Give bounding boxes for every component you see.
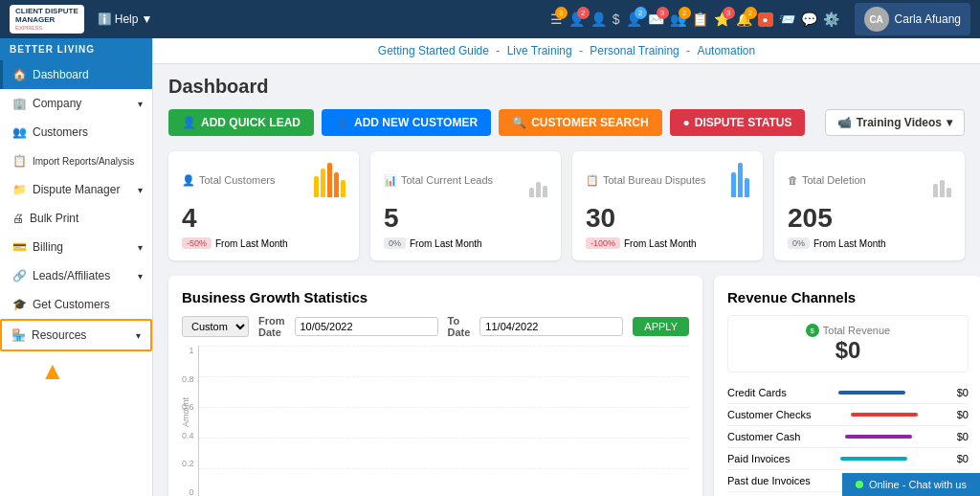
badge-disputes: -100% [586,237,620,249]
logo-text2: MANAGER [15,16,78,25]
sidebar-label-customers: Customers [33,125,88,139]
nav-icon-dollar[interactable]: $ [612,11,620,27]
period-select[interactable]: Custom [182,316,249,337]
rev-value-cash: $0 [957,431,969,442]
sidebar-item-resources[interactable]: 🏪 Resources ▾ ▲ [0,319,152,351]
training-dropdown-icon: ▾ [947,116,952,129]
y-label-08: 0.8 [182,374,194,384]
total-revenue-box: $ Total Revenue $0 [727,315,969,372]
nav-icon-red-box[interactable]: ● [758,12,773,27]
apply-button[interactable]: APPLY [633,317,689,336]
logo-sub: EXPRESS [15,25,78,31]
y-label-04: 0.4 [182,431,194,440]
action-buttons-row: 👤 ADD QUICK LEAD 👤 ADD NEW CUSTOMER 🔍 CU… [168,109,965,136]
avatar: CA [864,7,889,32]
stat-card-customers: 👤 Total Customers 4 -50% [168,151,359,260]
stat-value-customers: 4 [182,203,345,234]
total-revenue-label: $ Total Revenue [736,324,960,337]
grid-line-2 [199,376,689,377]
add-new-customer-button[interactable]: 👤 ADD NEW CUSTOMER [322,109,491,136]
help-menu[interactable]: ℹ️ Help ▼ [98,12,153,26]
nav-icon-bell[interactable]: 🔔2 [736,11,752,27]
rev-value-checks: $0 [957,409,969,420]
rev-label-credit: Credit Cards [727,387,787,398]
customer-search-button[interactable]: 🔍 CUSTOMER SEARCH [499,109,661,136]
stat-value-deletion: 205 [788,203,951,234]
rev-row-credit: Credit Cards $0 [727,382,969,404]
rev-bar-checks [851,413,918,417]
sidebar-brand: BETTER LIVING [0,38,152,60]
sidebar-item-leads[interactable]: 🔗 Leads/Affiliates ▾ [0,261,152,290]
nav-icon-person[interactable]: 👤 [590,11,607,27]
footer-customers: From Last Month [215,238,288,249]
sidebar-label-get-customers: Get Customers [33,298,110,311]
company-icon: 🏢 [12,97,27,110]
nav-icon-email[interactable]: ✉️3 [648,11,664,27]
nav-icon-users[interactable]: 👤2 [568,11,585,27]
dispute-arrow-icon: ▾ [138,185,143,195]
sidebar-item-company[interactable]: 🏢 Company ▾ [0,89,152,118]
sidebar-item-import[interactable]: 📋 Import Reports/Analysis [0,147,152,175]
sep1: - [496,44,502,57]
nav-icon-profile2[interactable]: 👤2 [626,11,642,27]
badge-deletion: 0% [788,237,810,249]
disputes-mini-chart [731,163,749,197]
getting-started-link[interactable]: Getting Started Guide [378,44,489,57]
rev-label-cash: Customer Cash [727,431,800,442]
get-customers-icon: 🎓 [12,298,27,311]
live-training-link[interactable]: Live Training [507,44,572,57]
grid-line-1 [199,346,689,347]
sep2: - [579,44,586,57]
stat-label-deletion: 🗑 Total Deletion [788,174,866,186]
automation-link[interactable]: Automation [697,44,755,57]
rev-label-pastdue: Past due Invoices [727,475,811,486]
orange-arrow-indicator: ▲ [40,356,65,386]
sidebar-item-bulk[interactable]: 🖨 Bulk Print [0,204,152,233]
rev-row-cash: Customer Cash $0 [727,426,969,448]
logo: CLIENT DISPUTE MANAGER EXPRESS [10,5,84,34]
nav-icon-settings[interactable]: ⚙️ [823,11,839,27]
y-axis-label: Amount [180,396,189,426]
dispute-status-button[interactable]: ● DISPUTE STATUS [670,109,806,136]
leads-stat-icon: 📊 [384,174,397,187]
personal-training-link[interactable]: Personal Training [590,44,679,57]
rev-bar-credit [838,391,905,395]
sidebar-label-dispute: Dispute Manager [33,183,120,196]
sidebar-item-get-customers[interactable]: 🎓 Get Customers [0,290,152,319]
dispute-status-icon: ● [683,116,690,129]
leads-arrow-icon: ▾ [138,271,143,282]
deletion-stat-icon: 🗑 [788,174,798,186]
rev-label-paid: Paid Invoices [727,453,790,464]
user-menu[interactable]: CA Carla Afuang [855,3,970,35]
help-label: Help [115,12,139,26]
sidebar-label-dashboard: Dashboard [33,68,89,81]
sidebar-label-resources: Resources [32,328,86,342]
nav-icon-group[interactable]: 👥2 [670,11,686,27]
from-date-input[interactable] [295,317,438,336]
sidebar-item-customers[interactable]: 👥 Customers [0,118,152,147]
stat-label-disputes: 📋 Total Bureau Disputes [586,174,706,187]
sidebar-item-dashboard[interactable]: 🏠 Dashboard [0,60,152,89]
nav-icon-task[interactable]: 📋 [692,11,708,27]
revenue-card: Revenue Channels $ Total Revenue $0 Cred… [714,276,980,496]
online-chat-label: Online - Chat with us [869,479,967,490]
online-chat-button[interactable]: Online - Chat with us [842,473,980,496]
bottom-row: Business Growth Statistics Custom From D… [168,276,965,496]
sidebar-label-company: Company [33,97,81,110]
company-arrow-icon: ▾ [138,99,143,109]
add-quick-lead-button[interactable]: 👤 ADD QUICK LEAD [168,109,314,136]
nav-icon-chat[interactable]: 💬 [801,11,817,27]
to-date-input[interactable] [479,317,623,336]
dollar-circle-icon: $ [806,324,819,337]
training-videos-button[interactable]: 📹 Training Videos ▾ [825,109,965,136]
online-status-dot [856,481,863,488]
sidebar-item-dispute[interactable]: 📁 Dispute Manager ▾ [0,175,152,204]
nav-icon-list[interactable]: ☰3 [550,11,563,27]
rev-label-checks: Customer Checks [727,409,811,420]
sidebar-item-billing[interactable]: 💳 Billing ▾ [0,233,152,261]
resources-icon: 🏪 [11,328,26,342]
footer-leads: From Last Month [410,238,482,249]
nav-icon-envelope2[interactable]: 📨 [779,11,795,27]
nav-icon-star[interactable]: ⭐3 [714,11,730,27]
disputes-stat-icon: 📋 [586,174,599,187]
